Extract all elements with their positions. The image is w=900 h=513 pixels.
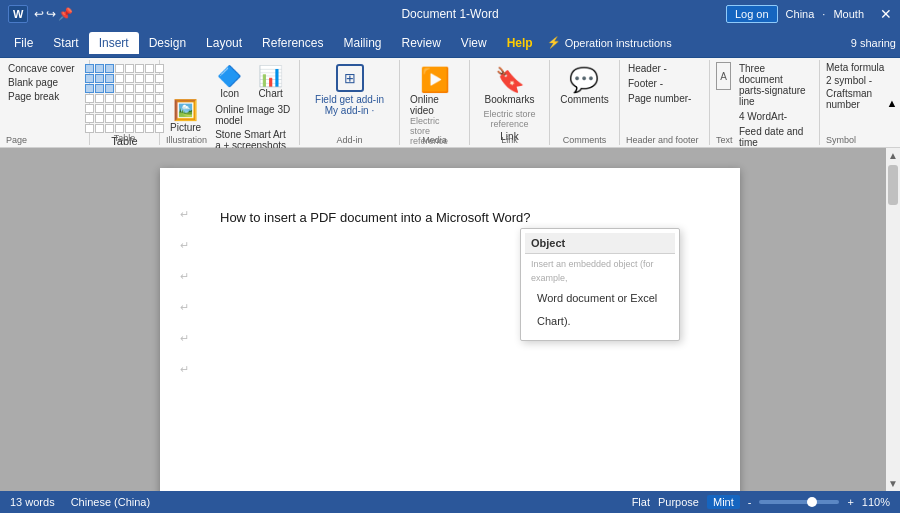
addin-icon: ⊞: [336, 64, 364, 92]
menu-review[interactable]: Review: [391, 32, 450, 54]
view-mint[interactable]: Mint: [707, 495, 740, 509]
textbox-icon: A: [720, 71, 727, 82]
menubar: File Start Insert Design Layout Referenc…: [0, 28, 900, 58]
menu-mailing[interactable]: Mailing: [333, 32, 391, 54]
tooltip-chart[interactable]: Chart).: [531, 310, 669, 333]
text-group-label: Text: [716, 135, 733, 145]
ribbon: Concave cover Blank page Page break Page…: [0, 58, 900, 148]
scroll-thumb[interactable]: [888, 165, 898, 205]
separator: ·: [822, 8, 825, 20]
table-group-label: Table: [114, 133, 136, 143]
tooltip-header: Object: [525, 233, 675, 254]
word-count: 13 words: [10, 496, 55, 508]
operation-instructions[interactable]: ⚡ Operation instructions: [547, 36, 672, 49]
picture-button[interactable]: 🖼️ Picture: [166, 96, 205, 135]
menu-help[interactable]: Help: [497, 32, 543, 54]
textbox-button[interactable]: A: [716, 62, 731, 90]
addin-group-label: Add-in: [336, 135, 362, 145]
media-group-label: Media: [422, 135, 447, 145]
online-image-button[interactable]: Online Image 3D model: [213, 103, 293, 127]
ribbon-group-comments: 💬 Comments Comments: [550, 60, 620, 145]
menu-design[interactable]: Design: [139, 32, 196, 54]
page-cover-button[interactable]: Concave cover: [6, 62, 83, 75]
pin-button[interactable]: 📌: [58, 7, 73, 21]
tooltip-hint: Insert an embedded object (for example,: [531, 258, 669, 285]
scroll-down-arrow[interactable]: ▼: [886, 476, 900, 491]
para-mark-6: ↵: [180, 363, 189, 376]
icon-label: Icon: [220, 88, 239, 99]
sharing-label[interactable]: 9 sharing: [851, 37, 896, 49]
para-mark-2: ↵: [180, 239, 189, 252]
zoom-plus-button[interactable]: +: [847, 496, 853, 508]
comments-button[interactable]: 💬 Comments: [556, 64, 612, 107]
wordart-button[interactable]: 4 WordArt-: [737, 110, 813, 123]
header-button[interactable]: Header -: [626, 62, 703, 75]
page-group-label: Page: [6, 135, 27, 145]
table-grid[interactable]: [85, 64, 164, 133]
statusbar-right: Flat Purpose Mint - + 110%: [632, 495, 890, 509]
zoom-slider[interactable]: [759, 500, 839, 504]
titlebar-left: W ↩ ↪ 📌: [8, 5, 73, 23]
link-group-label: Link: [501, 135, 518, 145]
chart-icon: 📊: [258, 64, 283, 88]
redo-button[interactable]: ↪: [46, 7, 56, 21]
menu-start[interactable]: Start: [43, 32, 88, 54]
zoom-thumb[interactable]: [807, 497, 817, 507]
document-content: How to insert a PDF document into a Micr…: [220, 208, 680, 229]
menu-right: 9 sharing: [851, 37, 896, 49]
para-mark-5: ↵: [180, 332, 189, 345]
footer-button[interactable]: Footer -: [626, 77, 703, 90]
ribbon-collapse-button[interactable]: ▲: [884, 58, 900, 148]
menu-file[interactable]: File: [4, 32, 43, 54]
ribbon-group-media: ▶️ Online video Electric store reference…: [400, 60, 470, 145]
undo-button[interactable]: ↩: [34, 7, 44, 21]
link-sub: Electric store reference: [476, 109, 543, 129]
vertical-scrollbar[interactable]: ▲ ▼: [886, 148, 900, 491]
comments-group-label: Comments: [563, 135, 607, 145]
view-flat[interactable]: Flat: [632, 496, 650, 508]
zoom-minus-button[interactable]: -: [748, 496, 752, 508]
tooltip-description: Insert an embedded object (for example, …: [525, 254, 675, 336]
ribbon-group-text: A Three document parts-signature line 4 …: [710, 60, 820, 145]
view-purpose[interactable]: Purpose: [658, 496, 699, 508]
symbol-group-label: Symbol: [826, 135, 856, 145]
ribbon-group-table: Table Table: [90, 60, 160, 145]
bookmarks-button[interactable]: 🔖 Bookmarks: [476, 64, 543, 107]
document-page: ↵ ↵ ↵ ↵ ↵ ↵ How to insert a PDF document…: [160, 168, 740, 491]
operation-icon: ⚡: [547, 36, 561, 49]
ribbon-group-illustration: 🖼️ Picture 🔷 Icon 📊 Chart Online Image: [160, 60, 300, 145]
document-area: ▲ ▼ ↵ ↵ ↵ ↵ ↵ ↵ How to insert a PDF docu…: [0, 148, 900, 491]
blank-page-button[interactable]: Blank page: [6, 76, 83, 89]
document-question: How to insert a PDF document into a Micr…: [220, 208, 680, 229]
myaddin-button[interactable]: My add-in ·: [325, 105, 374, 116]
illustration-group-label: Illustration: [166, 135, 207, 145]
tooltip-word-excel[interactable]: Word document or Excel: [531, 287, 669, 310]
page-break-button[interactable]: Page break: [6, 90, 83, 103]
ribbon-group-link: 🔖 Bookmarks Electric store reference Lin…: [470, 60, 550, 145]
menu-references[interactable]: References: [252, 32, 333, 54]
chevron-up-icon: ▲: [887, 97, 898, 109]
datetime-button[interactable]: Feed date and time: [737, 125, 813, 149]
chart-label: Chart: [258, 88, 282, 99]
menu-view[interactable]: View: [451, 32, 497, 54]
zoom-level: 110%: [862, 496, 890, 508]
ribbon-group-addin: ⊞ Field get add-in My add-in · Add-in: [300, 60, 400, 145]
language-label[interactable]: China: [786, 8, 815, 20]
signature-line-button[interactable]: Three document parts-signature line: [737, 62, 813, 108]
word-icon: W: [8, 5, 28, 23]
scroll-up-arrow[interactable]: ▲: [886, 148, 900, 163]
page-number-button[interactable]: Page number-: [626, 92, 703, 105]
paragraph-marks: ↵ ↵ ↵ ↵ ↵ ↵: [180, 208, 189, 376]
chart-button[interactable]: 📊 Chart: [254, 62, 287, 101]
menu-insert[interactable]: Insert: [89, 32, 139, 54]
icon-button[interactable]: 🔷 Icon: [213, 62, 246, 101]
login-button[interactable]: Log on: [726, 5, 778, 23]
voice-label[interactable]: Mouth: [833, 8, 864, 20]
page-items: Concave cover Blank page Page break: [6, 62, 83, 103]
para-mark-3: ↵: [180, 270, 189, 283]
media-label: Online video: [410, 94, 459, 116]
field-addin-button[interactable]: ⊞ Field get add-in: [315, 64, 384, 105]
bookmark-label: Bookmarks: [484, 94, 534, 105]
menu-layout[interactable]: Layout: [196, 32, 252, 54]
close-button[interactable]: ✕: [880, 6, 892, 22]
